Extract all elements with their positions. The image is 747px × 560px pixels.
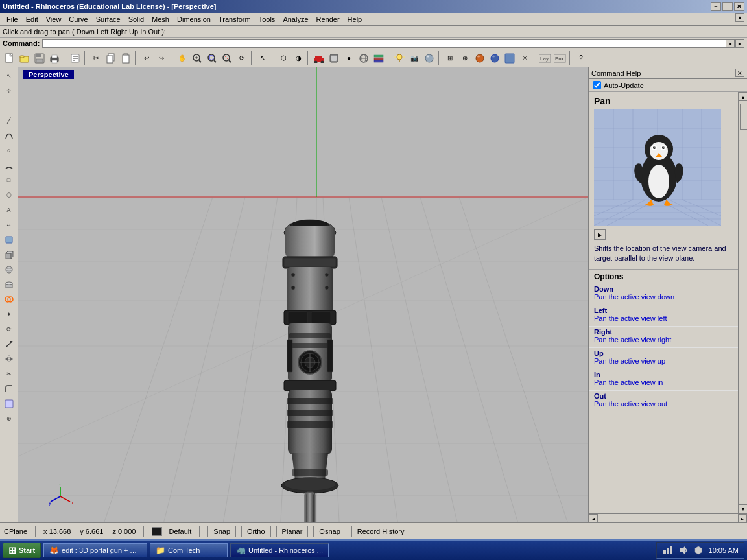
- tb-print[interactable]: [47, 51, 62, 65]
- lt-surface[interactable]: [2, 233, 16, 247]
- menu-curve[interactable]: Curve: [65, 15, 91, 24]
- maximize-button[interactable]: □: [722, 2, 733, 11]
- menu-render[interactable]: Render: [313, 15, 344, 24]
- command-input[interactable]: [42, 39, 744, 48]
- tb-layers-btn[interactable]: Lay: [538, 51, 552, 65]
- option-out-desc[interactable]: Pan the active view out: [594, 400, 733, 408]
- tb-bg[interactable]: [503, 51, 517, 65]
- start-button[interactable]: ⊞ Start: [3, 542, 41, 558]
- ortho-button[interactable]: Ortho: [241, 526, 271, 537]
- lt-line[interactable]: ╱: [2, 113, 16, 128]
- close-button[interactable]: ✕: [734, 2, 744, 11]
- planar-button[interactable]: Planar: [276, 526, 309, 537]
- tb-new[interactable]: [3, 51, 17, 65]
- lt-box[interactable]: [2, 248, 16, 262]
- menu-solid[interactable]: Solid: [124, 15, 148, 24]
- lt-circle[interactable]: ○: [2, 143, 16, 158]
- lt-sphere[interactable]: [2, 262, 16, 277]
- tb-pan[interactable]: ✋: [175, 51, 189, 65]
- tb-camera[interactable]: 📷: [407, 51, 421, 65]
- menu-file[interactable]: File: [3, 15, 22, 24]
- osnap-button[interactable]: Osnap: [313, 526, 346, 537]
- tb-snap2[interactable]: ⊕: [458, 51, 472, 65]
- tb-zoom-window[interactable]: [205, 51, 219, 65]
- option-up-desc[interactable]: Pan the active view up: [594, 357, 733, 365]
- tb-rotate[interactable]: ⟳: [235, 51, 249, 65]
- tb-zoom-extents[interactable]: [220, 51, 234, 65]
- tb-shade[interactable]: ◑: [291, 51, 305, 65]
- tb-redo[interactable]: ↪: [154, 51, 169, 65]
- menu-help[interactable]: Help: [344, 15, 366, 24]
- option-left-name[interactable]: Left: [594, 307, 733, 314]
- lt-boolean[interactable]: [2, 292, 16, 307]
- lt-fillet[interactable]: [2, 382, 16, 396]
- tb-light[interactable]: [392, 51, 407, 65]
- taskbar-item-rhino[interactable]: 🦏 Untitled - Rhinoceros ...: [230, 543, 329, 557]
- menu-transform[interactable]: Transform: [215, 15, 255, 24]
- option-down-name[interactable]: Down: [594, 285, 733, 293]
- tb-help[interactable]: ?: [574, 51, 588, 65]
- tb-misc1[interactable]: [327, 51, 341, 65]
- lt-trim[interactable]: ✂: [2, 367, 16, 381]
- tb-wireframe[interactable]: ⬡: [276, 51, 290, 65]
- lt-move[interactable]: ✦: [2, 307, 16, 321]
- tb-zoom[interactable]: [190, 51, 204, 65]
- tb-props-btn[interactable]: Pro: [553, 51, 567, 65]
- lt-curve[interactable]: [2, 128, 16, 143]
- viewport-perspective[interactable]: Perspective: [18, 67, 588, 522]
- option-up-name[interactable]: Up: [594, 349, 733, 357]
- lt-select[interactable]: ↖: [2, 69, 16, 83]
- lt-rect[interactable]: □: [2, 173, 16, 187]
- cmd-scroll-up[interactable]: ▲: [735, 13, 744, 22]
- help-hscroll-left[interactable]: ◄: [589, 514, 598, 523]
- menu-tools[interactable]: Tools: [255, 15, 279, 24]
- lt-snap3[interactable]: ⊕: [2, 412, 16, 426]
- option-right-name[interactable]: Right: [594, 328, 733, 336]
- auto-update-checkbox[interactable]: [593, 81, 601, 89]
- tb-open[interactable]: [18, 51, 32, 65]
- lt-point[interactable]: ·: [2, 99, 16, 113]
- help-play-button[interactable]: ▶: [594, 229, 606, 240]
- tb-misc3[interactable]: [357, 51, 371, 65]
- option-left-desc[interactable]: Pan the active view left: [594, 314, 733, 322]
- lt-rotate2[interactable]: ⟳: [2, 322, 16, 336]
- tb-save[interactable]: [32, 51, 47, 65]
- lt-mirror[interactable]: [2, 352, 16, 366]
- option-in-desc[interactable]: Pan the active view in: [594, 379, 733, 386]
- help-scroll-up[interactable]: ▲: [739, 92, 747, 101]
- tb-car[interactable]: [312, 51, 326, 65]
- menu-edit[interactable]: Edit: [22, 15, 42, 24]
- tb-misc2[interactable]: ●: [342, 51, 356, 65]
- lt-cylinder[interactable]: [2, 277, 16, 292]
- menu-view[interactable]: View: [42, 15, 65, 24]
- tb-sun[interactable]: ☀: [517, 51, 532, 65]
- help-scroll-thumb[interactable]: [740, 104, 747, 130]
- tb-paste[interactable]: [119, 51, 133, 65]
- minimize-button[interactable]: −: [711, 2, 721, 11]
- lt-polygon[interactable]: ⬡: [2, 188, 16, 202]
- snap-button[interactable]: Snap: [208, 526, 236, 537]
- lt-dim[interactable]: ↔: [2, 218, 16, 232]
- lt-arc[interactable]: [2, 158, 16, 172]
- lt-scale[interactable]: [2, 337, 16, 351]
- tb-mat[interactable]: [473, 51, 487, 65]
- tb-layer[interactable]: [372, 51, 386, 65]
- option-out-name[interactable]: Out: [594, 392, 733, 400]
- lt-select2[interactable]: ⊹: [2, 84, 16, 98]
- lt-text[interactable]: A: [2, 203, 16, 217]
- cmd-arrow-right[interactable]: ►: [735, 39, 744, 48]
- tb-env[interactable]: [488, 51, 502, 65]
- cmd-arrow-left[interactable]: ◄: [726, 39, 735, 48]
- tb-undo[interactable]: ↩: [139, 51, 154, 65]
- tb-copy[interactable]: [104, 51, 118, 65]
- tb-render[interactable]: [422, 51, 436, 65]
- tb-grid2[interactable]: ⊞: [443, 51, 457, 65]
- option-down-desc[interactable]: Pan the active view down: [594, 293, 733, 301]
- help-scroll-down[interactable]: ▼: [739, 504, 747, 513]
- menu-analyze[interactable]: Analyze: [279, 15, 312, 24]
- menu-surface[interactable]: Surface: [92, 15, 124, 24]
- taskbar-item-folder[interactable]: 📁 Com Tech: [150, 543, 228, 557]
- record-history-button[interactable]: Record History: [351, 526, 410, 537]
- tb-cut[interactable]: ✂: [89, 51, 103, 65]
- menu-mesh[interactable]: Mesh: [148, 15, 173, 24]
